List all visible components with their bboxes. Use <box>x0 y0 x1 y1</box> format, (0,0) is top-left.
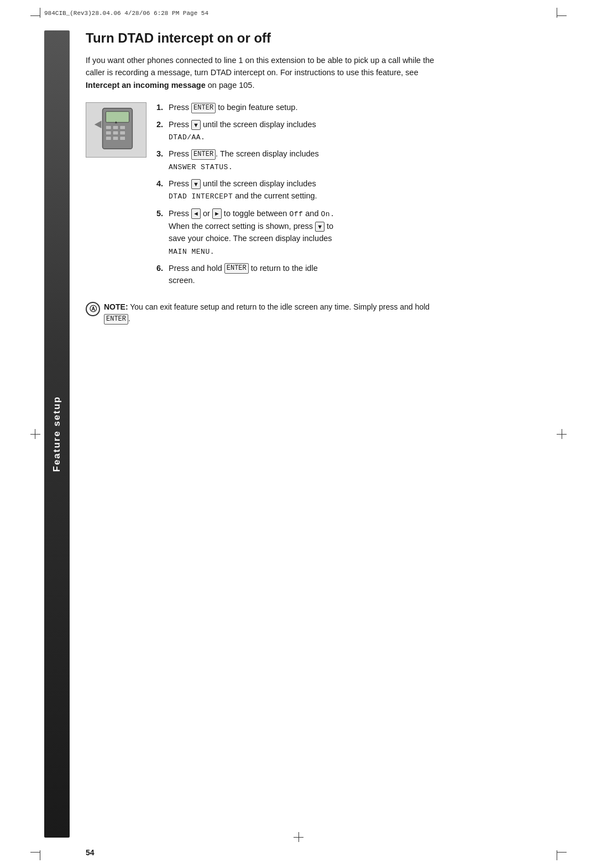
svg-rect-9 <box>106 137 111 140</box>
left-arrow-5: ◄ <box>191 208 201 219</box>
svg-rect-3 <box>106 126 111 129</box>
svg-rect-8 <box>120 131 125 135</box>
step-1: 1. Press ENTER to begin feature setup. <box>156 101 553 113</box>
cross-bottom-v <box>298 832 299 842</box>
steps-list: 1. Press ENTER to begin feature setup. 2… <box>156 101 553 291</box>
note-text: NOTE: You can exit feature setup and ret… <box>104 301 439 325</box>
step-4-mono: DTAD INTERCEPT <box>169 192 233 201</box>
enter-key-3: ENTER <box>191 149 216 160</box>
intro-paragraph: If you want other phones connected to li… <box>86 54 439 91</box>
step-1-num: 1. <box>156 101 169 113</box>
intro-bold: Intercept an incoming message <box>86 81 206 90</box>
svg-rect-11 <box>120 137 125 140</box>
step-2-mono: DTAD/AA. <box>169 133 205 142</box>
step-6-text: Press and hold ENTER to return to the id… <box>169 262 553 287</box>
content-body: ▲ 1. Press ENTER to begin feature setup.… <box>86 101 553 291</box>
cross-left-h <box>30 434 40 435</box>
step-3-num: 3. <box>156 148 169 173</box>
step-5-off: Off <box>289 210 303 218</box>
step-3-mono: ANSWER STATUS. <box>169 163 233 171</box>
svg-rect-10 <box>113 137 118 140</box>
step-2: 2. Press ▼ until the screen display incl… <box>156 118 553 144</box>
step-6: 6. Press and hold ENTER to return to the… <box>156 262 553 287</box>
crop-mark-bl-v <box>40 850 40 860</box>
note-label: NOTE: <box>104 302 128 311</box>
step-1-text: Press ENTER to begin feature setup. <box>169 101 553 113</box>
step-4-text: Press ▼ until the screen display include… <box>169 177 553 203</box>
step-2-text: Press ▼ until the screen display include… <box>169 118 553 144</box>
down-arrow-5b: ▼ <box>315 222 324 232</box>
step-5: 5. Press ◄ or ► to toggle between Off an… <box>156 207 553 258</box>
page-number: 54 <box>86 848 95 857</box>
cross-left-v <box>35 429 35 439</box>
step-5-on: On. <box>321 210 335 218</box>
svg-rect-4 <box>113 126 118 129</box>
enter-key-1: ENTER <box>191 103 216 113</box>
crop-mark-bl-h <box>30 852 40 853</box>
right-arrow-5: ► <box>212 208 222 219</box>
step-5-mono: MAIN MENU. <box>169 248 214 256</box>
svg-rect-6 <box>106 131 111 135</box>
step-5-num: 5. <box>156 207 169 258</box>
step-2-num: 2. <box>156 118 169 144</box>
intro-text-before: If you want other phones connected to li… <box>86 56 434 77</box>
sidebar-label-text: Feature setup <box>51 396 62 472</box>
crop-mark-br-h <box>557 852 567 853</box>
step-4-num: 4. <box>156 177 169 203</box>
step-3: 3. Press ENTER. The screen display inclu… <box>156 148 553 173</box>
down-arrow-4: ▼ <box>191 179 201 190</box>
main-content: Turn DTAD intercept on or off If you wan… <box>86 30 553 824</box>
step-5-text: Press ◄ or ► to toggle between Off and O… <box>169 207 553 258</box>
note-icon: Ⓐ <box>86 302 100 316</box>
svg-text:▲: ▲ <box>114 120 118 124</box>
step-4: 4. Press ▼ until the screen display incl… <box>156 177 553 203</box>
sidebar-label-container: Feature setup <box>44 30 70 838</box>
intro-text-end: on page 105. <box>206 81 255 90</box>
page-title: Turn DTAD intercept on or off <box>86 30 553 46</box>
svg-rect-7 <box>113 131 118 135</box>
enter-key-6: ENTER <box>224 263 249 274</box>
step-3-text: Press ENTER. The screen display includes… <box>169 148 553 173</box>
svg-rect-5 <box>120 126 125 129</box>
cross-right-v <box>562 429 562 439</box>
header-text: 984CIB_(Rev3)28.04.06 4/28/06 6:28 PM Pa… <box>44 10 208 17</box>
crop-mark-tr-v <box>557 8 557 18</box>
phone-illustration: ▲ <box>86 103 146 157</box>
phone-thumbnail: ▲ <box>86 102 146 158</box>
crop-mark-tl-v <box>40 8 40 18</box>
down-arrow-2: ▼ <box>191 120 201 130</box>
crop-mark-tr-h <box>557 15 567 16</box>
enter-key-note: ENTER <box>104 314 128 325</box>
crop-mark-tl-h <box>30 15 40 16</box>
step-6-num: 6. <box>156 262 169 287</box>
note-section: Ⓐ NOTE: You can exit feature setup and r… <box>86 301 439 325</box>
crop-mark-br-v <box>557 850 557 860</box>
